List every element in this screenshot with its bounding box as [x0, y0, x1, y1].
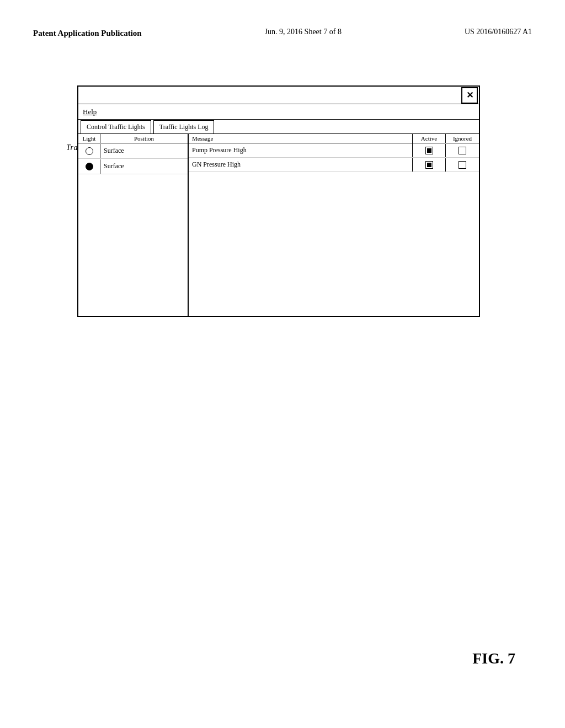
- active-cell-1: [413, 144, 446, 157]
- checkbox-checked-icon[interactable]: [425, 161, 433, 169]
- left-panel-rows: Surface Surface: [78, 143, 188, 174]
- checkbox-empty-icon[interactable]: [459, 147, 466, 154]
- table-row: GN Pressure High: [189, 158, 479, 172]
- col-header-message: Message: [189, 134, 413, 143]
- checkbox-empty-icon[interactable]: [459, 161, 466, 169]
- col-header-light: Light: [78, 134, 100, 143]
- tab-traffic-lights-log[interactable]: Traffic Lights Log: [153, 120, 215, 133]
- ignored-cell-1: [446, 144, 479, 157]
- message-cell-2: GN Pressure High: [189, 158, 413, 172]
- page-header: Patent Application Publication Jun. 9, 2…: [0, 0, 565, 39]
- tab-control-traffic-lights[interactable]: Control Traffic Lights: [81, 120, 151, 133]
- help-menu-item[interactable]: Help: [83, 108, 97, 116]
- empty-circle-icon: [86, 147, 93, 155]
- table-row: Surface: [78, 143, 188, 159]
- table-area: Light Position Surface: [78, 134, 479, 316]
- active-cell-2: [413, 158, 446, 172]
- col-header-active: Active: [413, 134, 446, 143]
- menubar: Help: [78, 104, 479, 120]
- left-panel: Light Position Surface: [78, 134, 189, 316]
- ignored-cell-2: [446, 158, 479, 172]
- publication-info: Jun. 9, 2016 Sheet 7 of 8: [265, 28, 342, 36]
- col-header-ignored: Ignored: [446, 134, 479, 143]
- dialog-container: ✕ Help Control Traffic Lights Traffic Li…: [77, 85, 480, 317]
- col-header-position: Position: [100, 134, 188, 143]
- checkbox-checked-icon[interactable]: [425, 147, 433, 154]
- publication-title: Patent Application Publication: [33, 28, 142, 39]
- right-panel: Message Active Ignored Pump Pressure Hig…: [189, 134, 479, 316]
- table-row: Surface: [78, 159, 188, 174]
- left-panel-columns: Light Position: [78, 134, 188, 143]
- right-panel-columns: Message Active Ignored: [189, 134, 479, 143]
- close-button[interactable]: ✕: [461, 87, 478, 104]
- light-cell-empty: [78, 144, 100, 158]
- dialog-topbar: ✕: [78, 87, 479, 104]
- message-cell-1: Pump Pressure High: [189, 143, 413, 157]
- figure-label: FIG. 7: [472, 650, 515, 667]
- filled-circle-icon: [86, 163, 93, 170]
- patent-number: US 2016/0160627 A1: [465, 28, 532, 36]
- table-row: Pump Pressure High: [189, 143, 479, 158]
- light-cell-filled: [78, 159, 100, 174]
- position-cell-2: Surface: [100, 159, 188, 174]
- tabbar: Control Traffic Lights Traffic Lights Lo…: [78, 120, 479, 134]
- position-cell-1: Surface: [100, 143, 188, 158]
